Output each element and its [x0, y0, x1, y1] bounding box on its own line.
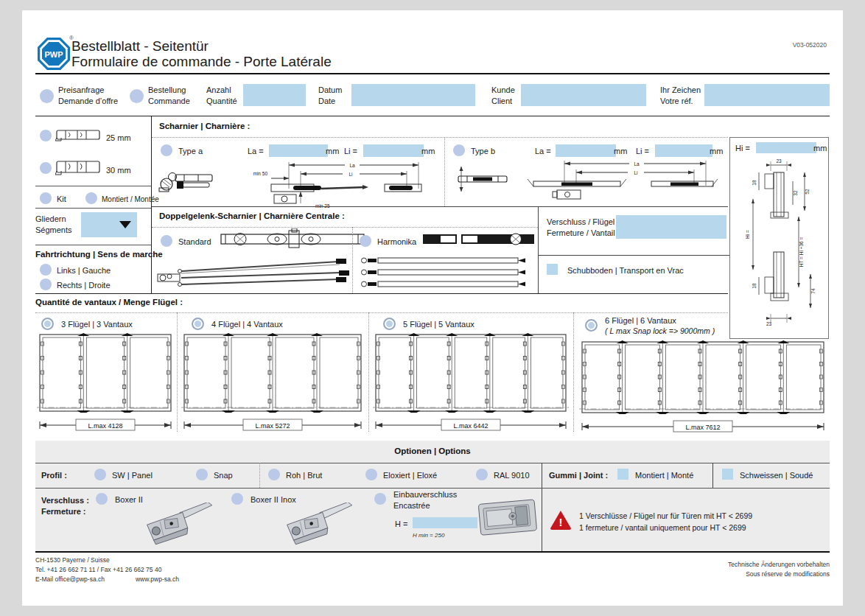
einbauverschluss-label: EinbauverschlussEncastrée [393, 489, 457, 511]
kunde-input[interactable] [521, 84, 646, 106]
vantaux-5-drawing: L.max 6442 [373, 333, 569, 432]
type-b-li-input[interactable] [655, 144, 712, 157]
footer-note-fr: Sous réserve de modifications [728, 570, 830, 579]
profil-ral-label: RAL 9010 [494, 470, 530, 481]
profil-label: Profil : [41, 470, 67, 481]
anzahl-input[interactable] [243, 84, 306, 106]
zeichen-input[interactable] [704, 84, 830, 106]
h-input[interactable] [413, 517, 477, 528]
type-a-li-label: Li = [344, 146, 357, 157]
harmonika-arms-drawing [357, 253, 538, 293]
vantaux-5-radio[interactable] [383, 318, 396, 330]
harmonika-radio[interactable] [360, 235, 371, 247]
gummi-schweissen-checkbox[interactable] [722, 469, 733, 480]
rechts-radio[interactable] [40, 279, 52, 290]
warning-text: 1 Verschlüsse / Flügel nur für Türen mit… [579, 510, 752, 533]
svg-text:L.max 4128: L.max 4128 [88, 422, 122, 430]
svg-text:Hi =: Hi = [745, 230, 750, 239]
profil-eloxiert-label: Eloxiert | Eloxé [383, 470, 437, 481]
standard-arms-drawing [155, 253, 361, 293]
bestellung-radio[interactable] [130, 89, 144, 103]
header-rule [35, 73, 830, 74]
type-b-li-label: Li = [636, 146, 649, 157]
footer-rule [35, 551, 830, 553]
svg-text:23: 23 [766, 321, 772, 326]
svg-text:74: 74 [810, 288, 816, 294]
verschluss-fluegel-input[interactable] [616, 215, 726, 239]
vantaux-div-3 [573, 312, 574, 432]
vf-divider [538, 255, 729, 256]
hi-input[interactable] [756, 142, 816, 153]
type-b-radio[interactable] [453, 144, 465, 156]
type-b-hinge-icon [451, 165, 513, 196]
boxer2-inox-image [279, 503, 361, 547]
vantaux-4-radio[interactable] [192, 318, 204, 330]
dropdown-arrow-icon [119, 221, 131, 228]
profil-roh-radio[interactable] [268, 469, 280, 480]
vantaux-6-radio[interactable] [585, 319, 598, 332]
type-a-la-input[interactable] [269, 144, 328, 157]
profil-snap-radio[interactable] [196, 469, 208, 480]
profil-ral-radio[interactable] [476, 469, 488, 480]
svg-text:PWP: PWP [44, 50, 63, 59]
gummi-montiert-label: Montiert | Monté [635, 470, 693, 481]
gummi-montiert-checkbox[interactable] [617, 469, 628, 480]
svg-text:18: 18 [752, 283, 757, 289]
vantaux-div-1 [177, 312, 178, 432]
type-a-radio[interactable] [161, 144, 172, 156]
hi-mm: mm [813, 143, 827, 154]
standard-radio[interactable] [161, 235, 172, 247]
type-a-li-input[interactable] [363, 144, 424, 157]
svg-text:Li: Li [349, 172, 352, 177]
profile-30mm-radio[interactable] [40, 162, 52, 174]
montiert-radio[interactable] [85, 192, 97, 204]
links-radio[interactable] [40, 264, 52, 276]
fahrtrichtung-header: Fahrtrichtung | Sens de marche [35, 250, 163, 259]
vantaux-4-drawing: L.max 5272 [181, 333, 364, 432]
left-divider-3 [35, 245, 151, 245]
type-b-la-input[interactable] [556, 144, 616, 157]
options-rule-2 [35, 488, 830, 489]
rechts-label: Rechts | Droite [57, 280, 111, 291]
montiert-label: Montiert / Montée [102, 195, 159, 205]
doppelgelenk-title: Doppelgelenk-Scharnier | Charnière Centr… [159, 211, 345, 220]
boxer2-radio[interactable] [96, 493, 108, 505]
type-b-la-label: La = [535, 146, 551, 157]
profile-30mm-drawing [55, 157, 102, 179]
footer-email[interactable]: E-Mail office@pwp-sa.ch [35, 575, 105, 583]
vantaux-title: Quantité de vantaux / Menge Flügel : [35, 298, 183, 307]
profil-sw-radio[interactable] [94, 469, 106, 480]
verschluss-row-label: Verschluss :Fermeture : [41, 495, 89, 517]
einbauverschluss-image [477, 498, 539, 538]
datum-input[interactable] [351, 84, 475, 106]
profil-snap-label: Snap [214, 470, 233, 481]
profil-eloxiert-radio[interactable] [365, 469, 377, 480]
preisanfrage-radio[interactable] [40, 89, 54, 103]
version-label: V03-052020 [793, 41, 827, 49]
svg-text:min 50: min 50 [253, 171, 267, 176]
gummi-schweissen-label: Schweissen | Soudé [740, 470, 813, 481]
footer-note-block: Technische Änderungen vorbehalten Sous r… [728, 560, 830, 579]
type-a-hinge-icon [158, 165, 217, 197]
kit-radio[interactable] [40, 192, 52, 204]
doppel-dotline [152, 227, 538, 228]
type-ab-divider [444, 137, 445, 206]
bestellung-label: BestellungCommande [148, 85, 190, 107]
profil-divider-dot [259, 463, 260, 488]
zeichen-label: Ihr ZeichenVotre réf. [660, 85, 701, 107]
type-b-dimension-drawing: La Li [520, 156, 724, 206]
gliedern-dropdown[interactable] [81, 212, 137, 237]
vantaux-div-2 [368, 312, 369, 432]
boxer2-inox-radio[interactable] [231, 493, 243, 505]
profil-sw-label: SW | Panel [112, 470, 153, 481]
einbauverschluss-radio[interactable] [374, 493, 386, 505]
footer-web[interactable]: www.pwp-sa.ch [136, 575, 179, 583]
schubboden-checkbox[interactable] [547, 264, 558, 275]
svg-text:L.max 6442: L.max 6442 [453, 422, 488, 430]
h-label: H = [395, 519, 407, 530]
profile-25mm-radio[interactable] [40, 130, 52, 141]
order-row-rule [35, 116, 830, 116]
gliedern-label: GliedernSégments [35, 214, 72, 236]
vantaux-3-radio[interactable] [41, 318, 54, 330]
profile-25mm-drawing [55, 126, 102, 145]
